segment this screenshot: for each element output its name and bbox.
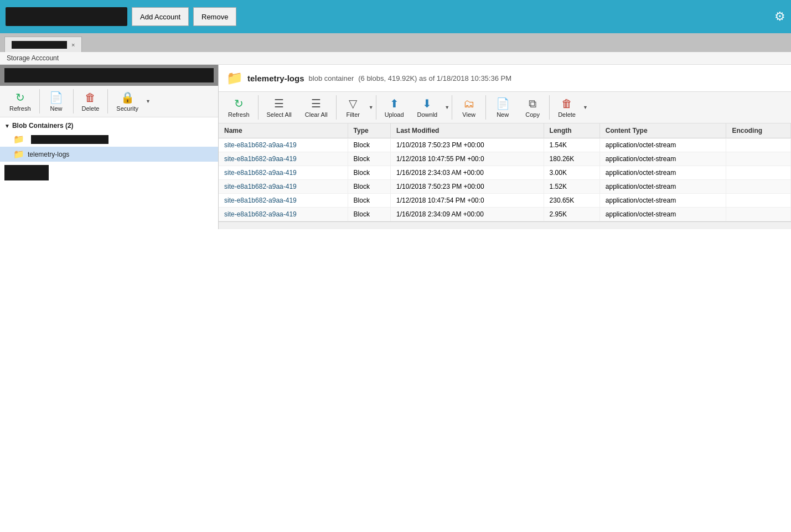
blob-name-link[interactable]: site-e8a1b682-a9aa-419	[224, 210, 297, 218]
storage-account-label: Storage Acccount	[0, 52, 791, 65]
right-delete-button[interactable]: 🗑 Delete	[552, 95, 582, 121]
left-new-button[interactable]: 📄 New	[42, 88, 71, 115]
cell-name[interactable]: site-e8a1b682-a9aa-419	[219, 152, 348, 166]
refresh-icon: ↻	[15, 91, 25, 104]
sep-r5	[485, 95, 486, 120]
left-new-label: New	[50, 105, 63, 112]
blob-name-link[interactable]: site-e8a1b682-a9aa-419	[224, 141, 297, 149]
left-refresh-button[interactable]: ↻ Refresh	[3, 88, 37, 115]
tab-bar: ×	[0, 33, 791, 52]
right-new-label: New	[497, 111, 509, 118]
filter-label: Filter	[347, 111, 360, 118]
security-icon: 🔒	[121, 91, 135, 104]
right-new-icon: 📄	[496, 97, 510, 110]
col-content-type: Content Type	[599, 123, 726, 138]
cell-name[interactable]: site-e8a1b682-a9aa-419	[219, 138, 348, 152]
cell-name[interactable]: site-e8a1b682-a9aa-419	[219, 166, 348, 180]
container-header: 📁 telemetry-logs blob container (6 blobs…	[219, 65, 791, 92]
left-delete-button[interactable]: 🗑 Delete	[76, 89, 106, 115]
context-button-redacted[interactable]	[4, 165, 49, 180]
view-icon: 🗂	[463, 97, 474, 110]
col-length: Length	[544, 123, 599, 138]
left-search-input[interactable]	[4, 68, 214, 82]
filter-icon: ▽	[349, 97, 357, 110]
col-name: Name	[219, 123, 348, 138]
table-row[interactable]: site-e8a1b682-a9aa-419 Block 1/12/2018 1…	[219, 152, 791, 166]
cell-type: Block	[348, 166, 391, 180]
left-refresh-label: Refresh	[9, 105, 31, 112]
table-row[interactable]: site-e8a1b682-a9aa-419 Block 1/10/2018 7…	[219, 138, 791, 152]
sep-r3	[376, 95, 376, 120]
right-new-button[interactable]: 📄 New	[488, 94, 517, 121]
tree-item-redacted[interactable]: 📁	[0, 132, 218, 147]
select-all-icon: ☰	[274, 97, 284, 110]
blob-name-link[interactable]: site-e8a1b682-a9aa-419	[224, 155, 297, 163]
sep-r2	[336, 95, 337, 120]
add-account-button[interactable]: Add Account	[132, 7, 189, 26]
container-info: (6 blobs, 419.92K) as of 1/18/2018 10:35…	[358, 74, 511, 82]
tab-label	[12, 41, 67, 49]
filter-dropdown-arrow[interactable]: ▼	[369, 105, 374, 110]
view-button[interactable]: 🗂 View	[454, 95, 483, 121]
left-security-button[interactable]: 🔒 Security	[110, 88, 144, 115]
table-row[interactable]: site-e8a1b682-a9aa-419 Block 1/16/2018 2…	[219, 208, 791, 221]
blob-name-link[interactable]: site-e8a1b682-a9aa-419	[224, 169, 297, 177]
upload-button[interactable]: ⬆ Upload	[379, 94, 410, 121]
delete-dropdown-arrow[interactable]: ▼	[583, 105, 588, 110]
cell-length: 2.95K	[544, 208, 599, 221]
clear-all-label: Clear All	[305, 111, 328, 118]
cell-last-modified: 1/12/2018 10:47:55 PM +00:0	[391, 152, 544, 166]
cell-encoding	[726, 208, 791, 221]
container-type: blob container	[309, 74, 354, 82]
bottom-scrollbar[interactable]	[219, 221, 791, 229]
gear-button[interactable]: ⚙	[774, 9, 785, 24]
sep-r4	[452, 95, 452, 120]
section-arrow: ▼	[4, 123, 10, 129]
download-button[interactable]: ⬇ Downld	[411, 94, 444, 121]
cell-encoding	[726, 194, 791, 208]
remove-button[interactable]: Remove	[193, 7, 236, 26]
cell-type: Block	[348, 152, 391, 166]
cell-content-type: application/octet-stream	[599, 194, 726, 208]
top-bar: Add Account Remove ⚙	[0, 0, 791, 33]
table-row[interactable]: site-e8a1b682-a9aa-419 Block 1/12/2018 1…	[219, 194, 791, 208]
cell-encoding	[726, 166, 791, 180]
right-toolbar: ↻ Refresh ☰ Select All ☰ Clear All ▽ Fil…	[219, 92, 791, 123]
right-refresh-button[interactable]: ↻ Refresh	[222, 94, 256, 121]
filter-button[interactable]: ▽ Filter	[339, 94, 368, 121]
table-row[interactable]: site-e8a1b682-a9aa-419 Block 1/10/2018 7…	[219, 180, 791, 194]
download-label: Downld	[417, 111, 438, 118]
cell-encoding	[726, 152, 791, 166]
download-dropdown-arrow[interactable]: ▼	[444, 105, 449, 110]
folder-icon-redacted: 📁	[13, 134, 24, 144]
account-name-redacted	[6, 7, 127, 26]
blob-containers-section[interactable]: ▼ Blob Containers (2)	[0, 120, 218, 132]
cell-length: 180.26K	[544, 152, 599, 166]
tree-item-telemetry-logs[interactable]: 📁 telemetry-logs	[0, 147, 218, 162]
clear-all-button[interactable]: ☰ Clear All	[299, 94, 334, 121]
cell-content-type: application/octet-stream	[599, 152, 726, 166]
cell-last-modified: 1/10/2018 7:50:23 PM +00:00	[391, 138, 544, 152]
cell-type: Block	[348, 208, 391, 221]
blob-name-link[interactable]: site-e8a1b682-a9aa-419	[224, 183, 297, 190]
redacted-item-label	[31, 135, 108, 144]
sep-r1	[258, 95, 259, 120]
table-row[interactable]: site-e8a1b682-a9aa-419 Block 1/16/2018 2…	[219, 166, 791, 180]
cell-name[interactable]: site-e8a1b682-a9aa-419	[219, 208, 348, 221]
select-all-button[interactable]: ☰ Select All	[261, 94, 298, 121]
blob-name-link[interactable]: site-e8a1b682-a9aa-419	[224, 197, 297, 204]
copy-icon: ⧉	[529, 97, 536, 110]
tab-close-icon[interactable]: ×	[71, 42, 75, 48]
cell-content-type: application/octet-stream	[599, 180, 726, 194]
left-toolbar: ↻ Refresh 📄 New 🗑 Delete 🔒 Security ▼	[0, 86, 218, 117]
cell-name[interactable]: site-e8a1b682-a9aa-419	[219, 180, 348, 194]
security-dropdown-arrow[interactable]: ▼	[146, 99, 151, 104]
right-delete-label: Delete	[558, 111, 576, 118]
delete-icon: 🗑	[85, 91, 96, 104]
cell-length: 1.54K	[544, 138, 599, 152]
copy-button[interactable]: ⧉ Copy	[518, 95, 547, 121]
blob-containers-label: Blob Containers (2)	[12, 122, 74, 130]
blob-table-container: Name Type Last Modified Length Content T…	[219, 123, 791, 221]
cell-name[interactable]: site-e8a1b682-a9aa-419	[219, 194, 348, 208]
tab-item[interactable]: ×	[4, 37, 82, 52]
